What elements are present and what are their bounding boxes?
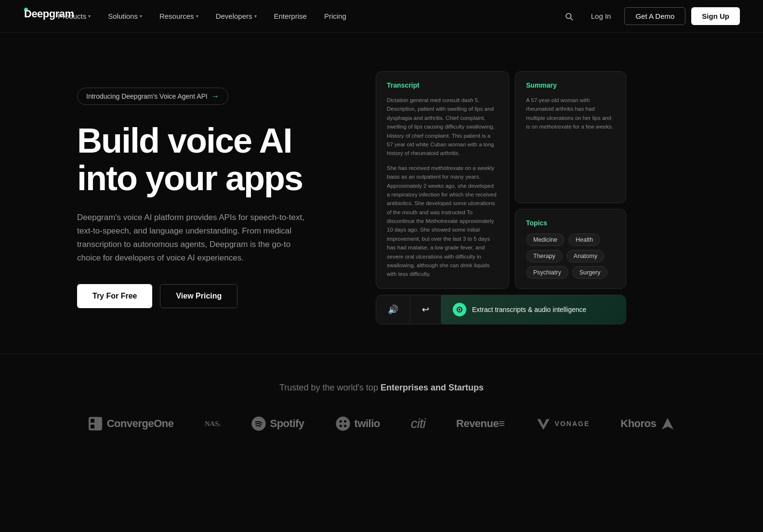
svg-line-1: [570, 18, 572, 20]
logo-text: Deepgram: [24, 8, 28, 12]
logo-vonage: VONAGE: [536, 416, 590, 431]
transcript-card: Transcript Dictation general med consult…: [376, 71, 509, 289]
tag-anatomy: Anatomy: [566, 250, 605, 262]
deepgram-icon: [453, 303, 466, 316]
hero-left: Introducing Deepgram's Voice Agent API →…: [77, 88, 337, 308]
nav-resources[interactable]: Resources ▾: [153, 8, 205, 24]
svg-rect-6: [91, 425, 94, 428]
logo-convergeone: ConvergeOne: [88, 416, 174, 431]
svg-point-10: [339, 420, 342, 422]
try-free-button[interactable]: Try For Free: [77, 284, 152, 308]
chevron-down-icon: ▾: [88, 13, 91, 19]
topics-card: Topics Medicine Health Therapy Anatomy P…: [515, 209, 626, 289]
search-icon: [565, 12, 573, 21]
logo-spotify: Spotify: [251, 416, 304, 431]
search-button[interactable]: [560, 8, 578, 25]
nav-solutions[interactable]: Solutions ▾: [101, 8, 149, 24]
volume-icon: 🔊: [388, 304, 398, 315]
hero-section: Introducing Deepgram's Voice Agent API →…: [0, 33, 763, 353]
summary-label: Summary: [526, 81, 615, 89]
demo-button[interactable]: Get A Demo: [624, 7, 685, 25]
extract-cta-text: Extract transcripts & audio intelligence: [472, 306, 586, 313]
hero-title: Build voice AI into your apps: [77, 122, 337, 197]
tag-health: Health: [568, 234, 600, 246]
logo-revenue: Revenue≡: [456, 417, 505, 430]
nav-enterprise[interactable]: Enterprise: [267, 8, 314, 24]
summary-text: A 57-year-old woman with rheumatoid arth…: [526, 96, 615, 131]
tag-surgery: Surgery: [572, 266, 608, 279]
summary-card: Summary A 57-year-old woman with rheumat…: [515, 71, 626, 203]
trusted-title: Trusted by the world's top Enterprises a…: [39, 383, 724, 393]
logo-nasa: NASA: [205, 416, 220, 431]
demo-bar: 🔊 ↩ Extract transcripts & audio intellig…: [376, 295, 626, 324]
nav-products[interactable]: Products ▾: [51, 8, 97, 24]
svg-text:NASA: NASA: [205, 420, 220, 428]
logo-twilio: twilio: [335, 416, 380, 431]
volume-button[interactable]: 🔊: [376, 297, 410, 323]
arrow-icon: →: [211, 92, 219, 101]
chevron-down-icon: ▾: [196, 13, 198, 19]
logo-citi: citi: [411, 416, 425, 431]
tag-therapy: Therapy: [526, 250, 563, 262]
nav-developers[interactable]: Developers ▾: [209, 8, 263, 24]
transcript-label: Transcript: [387, 81, 498, 89]
topics-label: Topics: [526, 219, 615, 227]
svg-point-12: [339, 425, 342, 427]
hero-description: Deepgram's voice AI platform provides AP…: [77, 211, 308, 265]
trusted-section: Trusted by the world's top Enterprises a…: [0, 353, 763, 460]
badge-text: Introducing Deepgram's Voice Agent API: [86, 92, 208, 100]
replay-button[interactable]: ↩: [410, 297, 441, 323]
svg-point-9: [336, 416, 350, 430]
nav-pricing[interactable]: Pricing: [317, 8, 353, 24]
svg-rect-4: [89, 417, 102, 430]
transcript-text: Dictation general med consult dash 5. De…: [387, 96, 498, 279]
view-pricing-button[interactable]: View Pricing: [160, 284, 237, 308]
logo-khoros: Khoros: [620, 416, 675, 431]
topics-tags: Medicine Health Therapy Anatomy Psychiat…: [526, 234, 615, 279]
svg-rect-5: [91, 419, 94, 423]
demo-panel: Transcript Dictation general med consult…: [376, 71, 626, 324]
nav-actions: Log In Get A Demo Sign Up: [560, 7, 740, 25]
logo[interactable]: Deepgram: [23, 8, 28, 24]
logos-row: ConvergeOne NASA Spotify twilio citi Rev…: [39, 416, 724, 431]
hero-ctas: Try For Free View Pricing: [77, 284, 337, 308]
extract-cta[interactable]: Extract transcripts & audio intelligence: [441, 295, 626, 324]
nav-links: Products ▾ Solutions ▾ Resources ▾ Devel…: [51, 8, 560, 24]
svg-point-3: [459, 309, 460, 311]
tag-psychiatry: Psychiatry: [526, 266, 568, 279]
svg-point-11: [344, 420, 346, 422]
replay-icon: ↩: [422, 304, 429, 315]
navbar: Deepgram Products ▾ Solutions ▾ Resource…: [0, 0, 763, 33]
chevron-down-icon: ▾: [140, 13, 142, 19]
svg-point-13: [344, 425, 346, 427]
login-button[interactable]: Log In: [583, 8, 619, 24]
chevron-down-icon: ▾: [254, 13, 257, 19]
tag-medicine: Medicine: [526, 234, 565, 246]
signup-button[interactable]: Sign Up: [691, 7, 740, 25]
cards-row: Transcript Dictation general med consult…: [376, 71, 626, 289]
svg-marker-14: [537, 419, 550, 429]
announcement-badge[interactable]: Introducing Deepgram's Voice Agent API →: [77, 88, 228, 105]
